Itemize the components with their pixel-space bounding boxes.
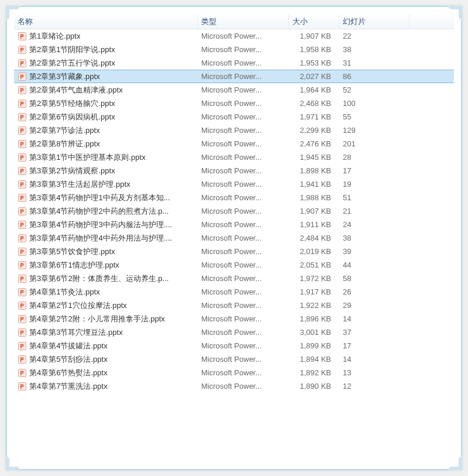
file-slides-cell: 28 [339, 150, 410, 164]
file-type-cell: Microsoft Power... [198, 379, 289, 393]
file-type-cell: Microsoft Power... [198, 245, 289, 258]
file-row[interactable]: 第2章第6节病因病机.pptxMicrosoft Power...1,971 K… [14, 110, 454, 124]
file-slides-cell: 100 [339, 97, 410, 110]
file-slides-cell: 37 [339, 326, 410, 339]
file-size-cell: 1,972 KB [289, 272, 339, 285]
file-name-label: 第3章第1节中医护理基本原则.pptx [29, 152, 146, 163]
column-header-size[interactable]: 大小 [289, 14, 339, 29]
file-slides-cell: 22 [339, 29, 410, 43]
file-size-cell: 1,898 KB [289, 164, 339, 177]
file-slides-cell: 21 [339, 204, 410, 218]
file-size-cell: 3,001 KB [289, 326, 339, 339]
file-row[interactable]: 第3章第1节中医护理基本原则.pptxMicrosoft Power...1,9… [14, 150, 454, 164]
file-name-label: 第2章第7节诊法.pptx [29, 125, 100, 136]
powerpoint-file-icon [18, 341, 27, 351]
file-size-cell: 2,051 KB [289, 258, 339, 272]
file-row[interactable]: 第3章第6节2附：体质养生、运动养生.p...Microsoft Power..… [14, 272, 454, 285]
file-name-cell: 第2章第6节病因病机.pptx [14, 110, 198, 124]
file-name-label: 第3章第4节药物护理3中药内服法与护理.... [29, 220, 172, 230]
file-name-cell: 第4章第3节耳穴埋豆法.pptx [14, 326, 198, 339]
file-row[interactable]: 第4章第3节耳穴埋豆法.pptxMicrosoft Power...3,001 … [14, 326, 454, 339]
powerpoint-file-icon [18, 261, 27, 270]
file-name-label: 第2章第5节经络腧穴.pptx [29, 98, 115, 109]
file-name-cell: 第3章第3节生活起居护理.pptx [14, 177, 198, 191]
file-name-label: 第2章第2节五行学说.pptx [29, 58, 115, 69]
file-slides-cell: 17 [339, 339, 410, 352]
file-row[interactable]: 第3章第3节生活起居护理.pptxMicrosoft Power...1,941… [14, 177, 454, 191]
file-type-cell: Microsoft Power... [198, 164, 289, 177]
file-row[interactable]: 第3章第4节药物护理3中药内服法与护理....Microsoft Power..… [14, 218, 454, 231]
file-name-cell: 第3章第2节病情观察.pptx [14, 164, 198, 177]
explorer-frame: 名称 类型 大小 幻灯片 第1章绪论.pptxMicrosoft Power..… [6, 6, 462, 470]
file-type-cell: Microsoft Power... [198, 110, 289, 124]
file-name-label: 第2章第1节阴阳学说.pptx [29, 44, 115, 55]
file-row[interactable]: 第3章第2节病情观察.pptxMicrosoft Power...1,898 K… [14, 164, 454, 177]
file-row[interactable]: 第3章第5节饮食护理.pptxMicrosoft Power...2,019 K… [14, 245, 454, 258]
file-name-cell: 第2章第2节五行学说.pptx [14, 56, 198, 70]
file-row[interactable]: 第2章第8节辨证.pptxMicrosoft Power...2,476 KB2… [14, 137, 454, 150]
file-slides-cell: 58 [339, 272, 410, 285]
file-row[interactable]: 第4章第6节热熨法.pptxMicrosoft Power...1,892 KB… [14, 366, 454, 379]
file-name-label: 第4章第2节2附：小儿常用推拿手法.pptx [29, 314, 165, 324]
file-row[interactable]: 第2章第3节藏象.pptxMicrosoft Power...2,027 KB8… [14, 70, 454, 83]
file-row[interactable]: 第3章第6节1情志护理.pptxMicrosoft Power...2,051 … [14, 258, 454, 272]
file-size-cell: 2,027 KB [289, 70, 339, 83]
file-size-cell: 1,922 KB [289, 299, 339, 312]
file-row[interactable]: 第2章第2节五行学说.pptxMicrosoft Power...1,953 K… [14, 56, 454, 70]
file-size-cell: 2,299 KB [289, 124, 339, 137]
file-row[interactable]: 第4章第7节熏洗法.pptxMicrosoft Power...1,890 KB… [14, 379, 454, 393]
powerpoint-file-icon [18, 72, 27, 81]
file-row[interactable]: 第2章第5节经络腧穴.pptxMicrosoft Power...2,468 K… [14, 97, 454, 110]
file-row[interactable]: 第3章第4节药物护理2中药的煎煮方法.p...Microsoft Power..… [14, 204, 454, 218]
column-header-slides[interactable]: 幻灯片 [339, 14, 410, 29]
file-name-cell: 第4章第2节1穴位按摩法.pptx [14, 299, 198, 312]
file-row[interactable]: 第1章绪论.pptxMicrosoft Power...1,907 KB22 [14, 29, 454, 43]
file-row[interactable]: 第4章第1节灸法.pptxMicrosoft Power...1,917 KB2… [14, 285, 454, 299]
file-name-cell: 第3章第4节药物护理4中药外用法与护理.... [14, 231, 198, 245]
file-row[interactable]: 第2章第7节诊法.pptxMicrosoft Power...2,299 KB1… [14, 124, 454, 137]
powerpoint-file-icon [18, 234, 27, 243]
file-slides-cell: 86 [339, 70, 410, 83]
powerpoint-file-icon [18, 193, 27, 203]
file-slides-cell: 24 [339, 218, 410, 231]
file-name-cell: 第4章第7节熏洗法.pptx [14, 379, 198, 393]
column-header-row: 名称 类型 大小 幻灯片 [14, 14, 454, 29]
file-name-cell: 第4章第1节灸法.pptx [14, 285, 198, 299]
file-size-cell: 1,907 KB [289, 29, 339, 43]
file-size-cell: 1,894 KB [289, 352, 339, 366]
file-name-label: 第3章第3节生活起居护理.pptx [29, 179, 130, 190]
file-row[interactable]: 第4章第2节2附：小儿常用推拿手法.pptxMicrosoft Power...… [14, 312, 454, 326]
file-size-cell: 1,890 KB [289, 379, 339, 393]
file-type-cell: Microsoft Power... [198, 299, 289, 312]
file-name-cell: 第3章第4节药物护理1中药及方剂基本知... [14, 191, 198, 204]
file-slides-cell: 129 [339, 124, 410, 137]
file-type-cell: Microsoft Power... [198, 204, 289, 218]
file-row[interactable]: 第2章第4节气血精津液.pptxMicrosoft Power...1,964 … [14, 83, 454, 97]
file-name-label: 第3章第4节药物护理2中药的煎煮方法.p... [29, 206, 168, 217]
file-name-label: 第2章第3节藏象.pptx [29, 71, 100, 82]
file-row[interactable]: 第4章第4节拔罐法.pptxMicrosoft Power...1,899 KB… [14, 339, 454, 352]
file-size-cell: 1,911 KB [289, 218, 339, 231]
file-row[interactable]: 第4章第5节刮痧法.pptxMicrosoft Power...1,894 KB… [14, 352, 454, 366]
file-row[interactable]: 第4章第2节1穴位按摩法.pptxMicrosoft Power...1,922… [14, 299, 454, 312]
file-slides-cell: 201 [339, 137, 410, 150]
powerpoint-file-icon [18, 32, 27, 41]
file-row[interactable]: 第2章第1节阴阳学说.pptxMicrosoft Power...1,958 K… [14, 43, 454, 56]
file-name-label: 第4章第2节1穴位按摩法.pptx [29, 300, 127, 311]
file-name-label: 第2章第4节气血精津液.pptx [29, 85, 123, 95]
file-name-cell: 第2章第4节气血精津液.pptx [14, 83, 198, 97]
column-header-type[interactable]: 类型 [198, 14, 289, 29]
file-type-cell: Microsoft Power... [198, 366, 289, 379]
file-slides-cell: 44 [339, 258, 410, 272]
file-name-label: 第4章第3节耳穴埋豆法.pptx [29, 327, 123, 338]
file-name-label: 第3章第2节病情观察.pptx [29, 166, 115, 176]
file-slides-cell: 52 [339, 83, 410, 97]
powerpoint-file-icon [18, 85, 27, 95]
column-header-name[interactable]: 名称 [14, 14, 198, 29]
file-name-cell: 第2章第7节诊法.pptx [14, 124, 198, 137]
file-row[interactable]: 第3章第4节药物护理1中药及方剂基本知...Microsoft Power...… [14, 191, 454, 204]
file-slides-cell: 14 [339, 312, 410, 326]
file-slides-cell: 29 [339, 299, 410, 312]
file-type-cell: Microsoft Power... [198, 137, 289, 150]
file-row[interactable]: 第3章第4节药物护理4中药外用法与护理....Microsoft Power..… [14, 231, 454, 245]
